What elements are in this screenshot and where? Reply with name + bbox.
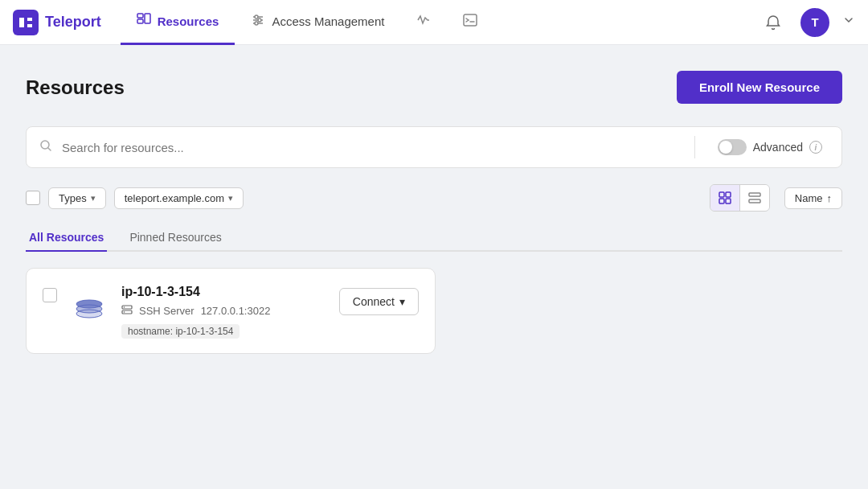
svg-point-28 <box>124 306 125 308</box>
svg-point-9 <box>255 22 258 25</box>
toolbar: Types ▾ teleport.example.com ▾ Name ↑ <box>26 184 842 212</box>
svg-point-7 <box>255 15 258 18</box>
nav-activity[interactable] <box>400 0 447 45</box>
user-avatar[interactable]: T <box>800 8 829 37</box>
svg-rect-0 <box>13 10 39 35</box>
svg-rect-14 <box>719 192 724 197</box>
svg-rect-1 <box>137 14 143 18</box>
search-icon <box>39 139 52 155</box>
cluster-label: teleport.example.com <box>125 192 224 204</box>
resource-checkbox[interactable] <box>43 288 57 302</box>
sort-icon: ↑ <box>827 192 833 204</box>
page-title: Resources <box>26 76 125 99</box>
topnav: Teleport Resources Access Management T <box>0 0 868 45</box>
search-input[interactable] <box>62 141 678 154</box>
svg-rect-10 <box>464 14 477 26</box>
sort-button[interactable]: Name ↑ <box>784 187 842 209</box>
svg-rect-18 <box>749 193 760 196</box>
terminal-icon <box>463 13 477 30</box>
tab-all-resources[interactable]: All Resources <box>26 224 107 252</box>
nav-terminal[interactable] <box>447 0 493 45</box>
tag-value: ip-10-1-3-154 <box>175 326 233 337</box>
svg-rect-19 <box>749 199 760 203</box>
access-mgmt-icon <box>251 13 265 30</box>
resource-icon-wrap <box>70 285 108 323</box>
types-label: Types <box>59 192 87 204</box>
nav-access-management-label: Access Management <box>272 14 384 28</box>
main-content: Resources Enroll New Resource Advanced i… <box>0 45 868 373</box>
search-divider <box>694 136 695 158</box>
resource-meta: SSH Server 127.0.0.1:3022 <box>121 304 326 318</box>
activity-icon <box>416 13 431 30</box>
svg-rect-16 <box>719 199 724 203</box>
svg-point-29 <box>124 311 125 313</box>
types-filter-button[interactable]: Types ▾ <box>48 187 106 209</box>
advanced-area: Advanced i <box>711 139 829 155</box>
resources-nav-icon <box>137 13 151 30</box>
resource-name: ip-10-1-3-154 <box>121 285 326 299</box>
svg-point-8 <box>258 18 261 22</box>
search-bar: Advanced i <box>26 126 842 168</box>
connect-chevron-icon: ▾ <box>399 295 405 308</box>
resource-tabs: All Resources Pinned Resources <box>26 224 842 252</box>
teleport-logo-icon <box>13 10 39 35</box>
resource-type: SSH Server <box>139 305 194 317</box>
logo-text: Teleport <box>45 14 101 31</box>
svg-rect-3 <box>145 14 150 23</box>
connect-label: Connect <box>353 295 395 308</box>
list-view-button[interactable] <box>740 185 769 211</box>
svg-rect-15 <box>726 192 731 197</box>
nav-resources[interactable]: Resources <box>121 0 235 45</box>
notifications-button[interactable] <box>759 8 788 37</box>
resource-tag: hostname: ip-10-1-3-154 <box>121 324 240 339</box>
connect-button[interactable]: Connect ▾ <box>339 288 419 315</box>
view-toggle-group <box>710 184 770 212</box>
advanced-label: Advanced <box>753 141 803 154</box>
resource-list: ip-10-1-3-154 SSH Server 127.0.0.1:3022 … <box>26 268 842 354</box>
logo[interactable]: Teleport <box>13 10 101 35</box>
resource-tags: hostname: ip-10-1-3-154 <box>121 324 326 339</box>
nav-access-management[interactable]: Access Management <box>235 0 400 45</box>
grid-view-button[interactable] <box>710 185 739 211</box>
server-icon <box>72 286 107 322</box>
resource-address: 127.0.0.1:3022 <box>201 305 271 317</box>
svg-rect-2 <box>137 19 143 23</box>
select-all-checkbox[interactable] <box>26 191 40 205</box>
tag-key: hostname: <box>128 326 175 337</box>
server-type-icon <box>121 304 133 318</box>
advanced-toggle-track[interactable] <box>718 139 747 155</box>
sort-label: Name <box>795 192 823 204</box>
svg-rect-17 <box>726 199 731 203</box>
enroll-new-resource-button[interactable]: Enroll New Resource <box>677 71 842 104</box>
advanced-toggle[interactable] <box>718 139 747 155</box>
cluster-filter-button[interactable]: teleport.example.com ▾ <box>114 187 244 209</box>
page-header: Resources Enroll New Resource <box>26 71 842 104</box>
table-row: ip-10-1-3-154 SSH Server 127.0.0.1:3022 … <box>26 268 436 354</box>
tab-pinned-resources[interactable]: Pinned Resources <box>126 224 224 252</box>
advanced-info-icon[interactable]: i <box>809 141 822 154</box>
nav-resources-label: Resources <box>158 14 219 28</box>
types-chevron-icon: ▾ <box>91 193 96 203</box>
cluster-chevron-icon: ▾ <box>228 193 233 203</box>
svg-line-13 <box>48 148 51 150</box>
advanced-toggle-knob <box>719 141 732 154</box>
user-menu-chevron[interactable] <box>842 14 855 31</box>
resource-info: ip-10-1-3-154 SSH Server 127.0.0.1:3022 … <box>121 285 326 339</box>
